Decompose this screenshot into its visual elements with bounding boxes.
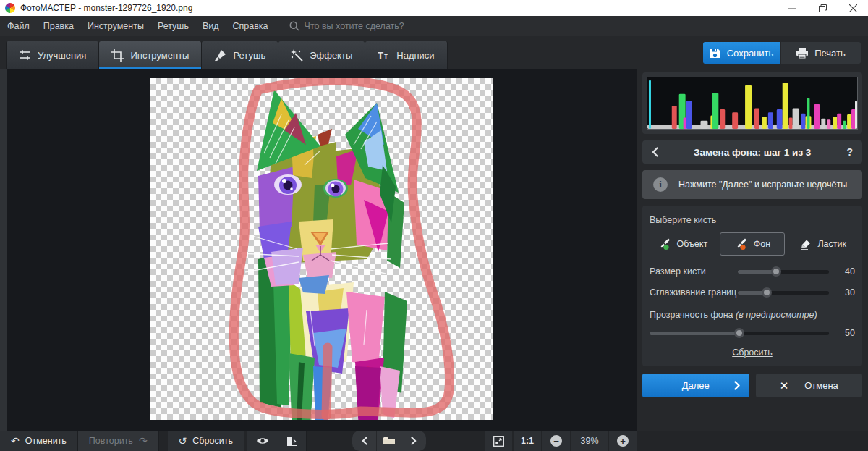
next-button[interactable]: Далее: [642, 374, 749, 397]
brush-size-label: Размер кисти: [650, 266, 738, 277]
slider-fill: [650, 332, 739, 335]
close-x-icon: ✕: [780, 379, 789, 392]
close-button[interactable]: [838, 0, 868, 16]
zoom-level[interactable]: 39%: [571, 431, 608, 451]
menu-tools[interactable]: Инструменты: [88, 21, 144, 31]
next-file-button[interactable]: [401, 431, 426, 451]
brush-background-button[interactable]: Фон: [720, 232, 786, 256]
save-label: Сохранить: [727, 48, 774, 59]
folder-icon: [383, 437, 395, 445]
chevron-right-icon: [734, 381, 740, 390]
slider-fill: [738, 270, 776, 274]
menu-file[interactable]: Файл: [7, 21, 30, 31]
brush-settings-panel: Выберите кисть Объект Фон Ластик: [642, 206, 862, 366]
search-placeholder: Что вы хотите сделать?: [305, 21, 404, 31]
search-box[interactable]: Что вы хотите сделать?: [289, 21, 404, 31]
menu-view[interactable]: Вид: [203, 21, 219, 31]
window-controls: [777, 0, 868, 16]
fit-screen-icon: [493, 436, 504, 447]
brush-size-value: 40: [829, 266, 855, 277]
preview-original-button[interactable]: [247, 431, 278, 451]
undo-button[interactable]: ↶ Отменить: [0, 431, 78, 451]
minimize-button[interactable]: [777, 0, 807, 16]
background-transparency-slider[interactable]: [650, 328, 829, 338]
bottom-toolbar: ↶ Отменить Повторить ↷ ↺ Сбросить: [0, 431, 868, 451]
magic-wand-icon: [291, 49, 303, 62]
reset-icon: ↺: [179, 436, 187, 446]
before-after-button[interactable]: [278, 431, 307, 451]
eraser-icon: [798, 238, 811, 250]
title-bar: ФотоМАСТЕР - monster-1297726_1920.png: [0, 0, 868, 16]
svg-text:т: т: [384, 52, 388, 60]
sliders-icon: [19, 49, 31, 62]
save-button[interactable]: Сохранить: [703, 42, 780, 64]
tab-captions[interactable]: Tт Надписи: [365, 41, 447, 69]
back-button[interactable]: [652, 147, 658, 157]
background-transparency-value: 50: [829, 328, 855, 338]
background-brush-icon: [734, 238, 747, 250]
tab-label: Ретушь: [233, 50, 265, 61]
brush-label: Объект: [677, 239, 708, 249]
undo-label: Отменить: [25, 436, 67, 446]
file-navigation: [352, 431, 426, 451]
tab-label: Эффекты: [310, 50, 352, 61]
brush-object-button[interactable]: Объект: [650, 232, 715, 256]
cat-artwork: [150, 78, 493, 420]
text-icon: Tт: [378, 49, 390, 62]
canvas-area[interactable]: [0, 69, 637, 431]
menu-edit[interactable]: Правка: [43, 21, 74, 31]
plus-icon: +: [617, 435, 629, 447]
canvas-edge: [0, 69, 7, 431]
slider-thumb[interactable]: [734, 328, 744, 338]
cancel-button[interactable]: ✕ Отмена: [756, 374, 863, 397]
transparency-note: (в предпросмотре): [736, 310, 817, 320]
menu-help[interactable]: Справка: [233, 21, 268, 31]
zoom-out-button[interactable]: −: [542, 431, 570, 451]
edited-image[interactable]: [150, 78, 493, 420]
zoom-controls: 1:1 − 39% +: [485, 431, 637, 451]
print-button[interactable]: Печать: [781, 42, 861, 64]
reset-settings-link[interactable]: Сбросить: [723, 347, 781, 358]
edge-smoothing-slider[interactable]: [738, 287, 829, 298]
chevron-right-icon: [411, 437, 417, 445]
help-button[interactable]: ?: [846, 146, 853, 158]
slider-thumb[interactable]: [762, 287, 772, 298]
step-title: Замена фона: шаг 1 из 3: [658, 147, 846, 158]
fit-to-screen-button[interactable]: [485, 431, 512, 451]
print-label: Печать: [814, 48, 846, 59]
brush-label: Фон: [754, 239, 770, 249]
brush-section-title: Выберите кисть: [650, 215, 855, 225]
brush-size-slider[interactable]: [738, 266, 829, 277]
app-window: ФотоМАСТЕР - monster-1297726_1920.png Фа…: [0, 0, 868, 451]
brush-eraser-button[interactable]: Ластик: [789, 232, 855, 256]
open-folder-button[interactable]: [377, 431, 401, 451]
printer-icon: [796, 48, 808, 59]
svg-text:T: T: [378, 50, 383, 61]
histogram-panel: [642, 72, 862, 134]
tab-effects[interactable]: Эффекты: [278, 41, 365, 69]
menu-retouch[interactable]: Ретушь: [158, 21, 189, 31]
menu-bar: Файл Правка Инструменты Ретушь Вид Справ…: [0, 16, 868, 36]
object-brush-icon: [658, 238, 671, 250]
prev-file-button[interactable]: [352, 431, 377, 451]
tab-label: Улучшения: [38, 50, 86, 61]
actual-size-button[interactable]: 1:1: [514, 431, 541, 451]
histogram-chart: [647, 77, 857, 129]
tab-tools[interactable]: Инструменты: [99, 41, 202, 69]
tab-enhancements[interactable]: Улучшения: [6, 41, 99, 69]
floppy-icon: [710, 48, 720, 59]
tab-bar: Улучшения Инструменты Ретушь Эффекты Tт …: [0, 36, 868, 69]
zoom-in-button[interactable]: +: [609, 431, 637, 451]
redo-icon: ↷: [139, 436, 148, 446]
redo-button[interactable]: Повторить ↷: [78, 431, 159, 451]
crop-icon: [111, 49, 124, 62]
slider-thumb[interactable]: [771, 266, 781, 277]
eye-icon: [256, 437, 269, 445]
edge-smoothing-label: Сглаживание границ: [650, 287, 738, 298]
step-header: Замена фона: шаг 1 из 3 ?: [642, 140, 862, 164]
brush-label: Ластик: [817, 239, 846, 249]
tab-retouch[interactable]: Ретушь: [202, 41, 278, 69]
brush-icon: [214, 49, 226, 62]
restore-button[interactable]: [807, 0, 838, 16]
reset-button[interactable]: ↺ Сбросить: [168, 431, 244, 451]
